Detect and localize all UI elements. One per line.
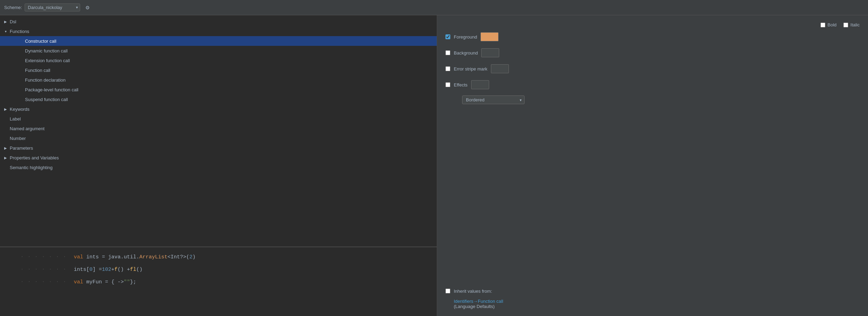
tree-item-label[interactable]: ▶ Label bbox=[0, 114, 437, 124]
effects-label[interactable]: Effects bbox=[454, 82, 468, 88]
tree-item-named-argument[interactable]: ▶ Named argument bbox=[0, 124, 437, 133]
inherit-link[interactable]: Identifiers→Function call bbox=[445, 299, 860, 304]
tree-item-dynamic-function-call[interactable]: ▶ Dynamic function call bbox=[0, 46, 437, 56]
scheme-select-wrapper[interactable]: Darcula_nickolayDarculaDefaultHigh Contr… bbox=[25, 3, 80, 11]
tree-label-dynamic: Dynamic function call bbox=[25, 48, 68, 53]
tree-item-suspend-function-call[interactable]: ▶ Suspend function call bbox=[0, 94, 437, 104]
foreground-color-box[interactable] bbox=[480, 32, 499, 41]
inherit-section: Inherit values from: Identifiers→Functio… bbox=[445, 285, 860, 309]
tree-item-functions[interactable]: ▾ Functions bbox=[0, 26, 437, 36]
tree-label-extension: Extension function call bbox=[25, 58, 70, 63]
top-bar: Scheme: Darcula_nickolayDarculaDefaultHi… bbox=[0, 0, 868, 15]
effects-checkbox[interactable] bbox=[445, 82, 450, 87]
code-preview: · · · · · · · val ints = java.util.Array… bbox=[0, 247, 437, 316]
code-dots-1: · · · · · · · bbox=[21, 255, 67, 259]
spacer bbox=[445, 107, 860, 276]
inherit-sub: (Language Defaults) bbox=[445, 304, 860, 309]
bold-checkbox[interactable] bbox=[820, 23, 825, 27]
background-checkbox[interactable] bbox=[445, 50, 450, 55]
background-color-box[interactable] bbox=[481, 48, 499, 57]
error-stripe-label[interactable]: Error stripe mark bbox=[454, 66, 487, 72]
effects-dropdown-row: BorderedUnderscoredBold underscoredUnder… bbox=[445, 95, 860, 104]
expand-icon-dsl: ▶ bbox=[3, 19, 8, 24]
inherit-checkbox[interactable] bbox=[445, 289, 450, 293]
tree-label-keywords: Keywords bbox=[10, 107, 29, 112]
tree-item-dsl[interactable]: ▶ Dsl bbox=[0, 17, 437, 26]
tree-label-label: Label bbox=[10, 116, 21, 122]
tree-label-suspend: Suspend function call bbox=[25, 97, 68, 102]
background-row: Background bbox=[445, 46, 860, 59]
tree-item-extension-function-call[interactable]: ▶ Extension function call bbox=[0, 56, 437, 65]
main-content: ▶ Dsl ▾ Functions ▶ Constructor call ▶ D… bbox=[0, 15, 868, 316]
tree-item-parameters[interactable]: ▶ Parameters bbox=[0, 143, 437, 153]
bold-item: Bold bbox=[820, 22, 836, 27]
expand-icon-keywords: ▶ bbox=[3, 106, 8, 112]
left-panel: ▶ Dsl ▾ Functions ▶ Constructor call ▶ D… bbox=[0, 15, 437, 316]
effects-color-box[interactable] bbox=[471, 80, 489, 89]
error-stripe-color-box[interactable] bbox=[491, 64, 509, 73]
tree-label-functions: Functions bbox=[10, 29, 29, 34]
tree-item-keywords[interactable]: ▶ Keywords bbox=[0, 104, 437, 114]
code-dots-2: · · · · · · · bbox=[21, 267, 67, 272]
foreground-row: Foreground bbox=[445, 30, 860, 43]
background-label[interactable]: Background bbox=[454, 50, 478, 56]
tree-item-properties-variables[interactable]: ▶ Properties and Variables bbox=[0, 153, 437, 163]
tree-container[interactable]: ▶ Dsl ▾ Functions ▶ Constructor call ▶ D… bbox=[0, 15, 437, 247]
italic-item: Italic bbox=[843, 22, 860, 27]
tree-label-semantic: Semantic highlighting bbox=[10, 165, 53, 170]
tree-item-function-declaration[interactable]: ▶ Function declaration bbox=[0, 75, 437, 85]
tree-label-dsl: Dsl bbox=[10, 19, 16, 24]
italic-checkbox[interactable] bbox=[843, 23, 848, 27]
tree-label-named-argument: Named argument bbox=[10, 126, 44, 131]
code-dots-3: · · · · · · · bbox=[21, 280, 67, 284]
effects-dropdown[interactable]: BorderedUnderscoredBold underscoredUnder… bbox=[462, 95, 525, 104]
code-line-3: · · · · · · · val myFun = { -> "" }; bbox=[0, 276, 437, 288]
expand-icon-properties: ▶ bbox=[3, 155, 8, 160]
tree-item-package-level-function-call[interactable]: ▶ Package-level function call bbox=[0, 85, 437, 94]
tree-item-constructor-call[interactable]: ▶ Constructor call bbox=[0, 36, 437, 46]
tree-item-function-call[interactable]: ▶ Function call bbox=[0, 65, 437, 75]
scheme-select[interactable]: Darcula_nickolayDarculaDefaultHigh Contr… bbox=[25, 3, 80, 11]
inherit-checkbox-row: Inherit values from: bbox=[445, 285, 860, 297]
scheme-label: Scheme: bbox=[4, 5, 22, 10]
expand-icon-parameters: ▶ bbox=[3, 145, 8, 151]
error-stripe-row: Error stripe mark bbox=[445, 62, 860, 75]
tree-label-function-declaration: Function declaration bbox=[25, 77, 66, 83]
bold-label[interactable]: Bold bbox=[827, 22, 836, 27]
bold-italic-row: Bold Italic bbox=[445, 22, 860, 27]
tree-label-properties: Properties and Variables bbox=[10, 155, 59, 160]
error-stripe-checkbox[interactable] bbox=[445, 66, 450, 71]
tree-item-number[interactable]: ▶ Number bbox=[0, 133, 437, 143]
effects-dropdown-wrapper[interactable]: BorderedUnderscoredBold underscoredUnder… bbox=[454, 95, 525, 104]
gear-button[interactable]: ⚙ bbox=[83, 3, 92, 12]
italic-label[interactable]: Italic bbox=[850, 22, 860, 27]
tree-label-package-level: Package-level function call bbox=[25, 87, 78, 92]
foreground-label[interactable]: Foreground bbox=[454, 34, 477, 40]
inherit-label[interactable]: Inherit values from: bbox=[454, 289, 492, 294]
code-line-2: · · · · · · · ints[0] = 102 + f() + fl() bbox=[0, 263, 437, 276]
expand-icon-functions: ▾ bbox=[3, 28, 8, 34]
tree-label-parameters: Parameters bbox=[10, 145, 33, 151]
effects-row: Effects bbox=[445, 78, 860, 91]
tree-label-constructor-call: Constructor call bbox=[25, 39, 56, 44]
right-panel: Bold Italic Foreground Background Error … bbox=[437, 15, 868, 316]
code-line-1: · · · · · · · val ints = java.util.Array… bbox=[0, 251, 437, 263]
tree-label-number: Number bbox=[10, 136, 26, 141]
foreground-checkbox[interactable] bbox=[445, 34, 450, 39]
tree-item-semantic-highlighting[interactable]: ▶ Semantic highlighting bbox=[0, 163, 437, 172]
tree-label-function-call: Function call bbox=[25, 68, 50, 73]
